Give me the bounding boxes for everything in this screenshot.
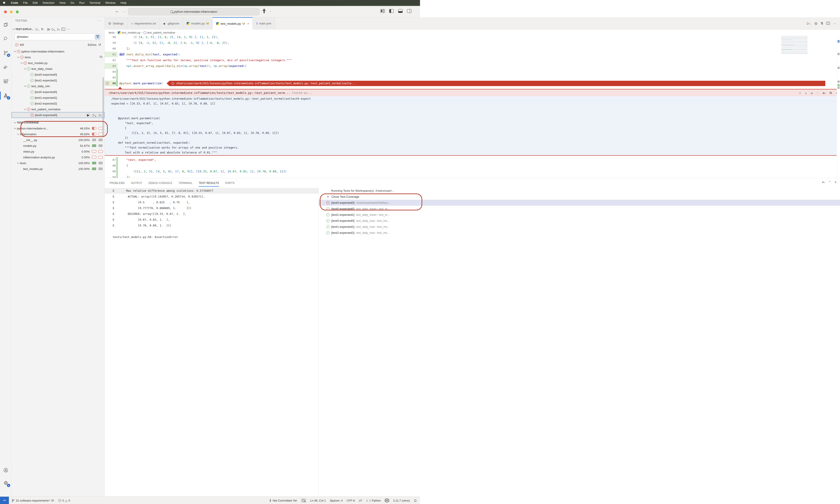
panel-tab-debug-console[interactable]: DEBUG CONSOLE	[149, 178, 172, 188]
panel-tab-problems[interactable]: PROBLEMS	[109, 178, 125, 188]
toggle-secondary-sidebar-icon[interactable]	[407, 9, 412, 13]
menu-item-file[interactable]: File	[23, 1, 28, 4]
panel-tab-output[interactable]: OUTPUT	[131, 178, 142, 188]
refresh-tests-icon[interactable]: ↻	[40, 28, 45, 31]
tab-main-yml[interactable]: !main.yml	[253, 17, 275, 30]
menu-item-window[interactable]: Window	[105, 1, 116, 4]
more-actions-icon[interactable]: ···	[66, 28, 71, 31]
debug-test-icon[interactable]: ▷●	[92, 113, 96, 117]
test-tree-item[interactable]: ×test_patient_normalise	[12, 106, 104, 112]
sidebar-scrollbar[interactable]	[102, 77, 104, 137]
chevron-down-icon[interactable]	[21, 61, 23, 64]
coverage-row[interactable]: python-intermediate-in...46.03%	[12, 125, 104, 131]
coverage-row[interactable]: test_models.py100.00%	[12, 166, 104, 172]
run-test-icon[interactable]: ▶	[86, 113, 90, 117]
source-control-icon[interactable]: 3	[0, 48, 12, 58]
chevron-down-icon[interactable]	[17, 56, 20, 58]
zoom-window-button[interactable]	[16, 11, 19, 13]
panel-tab-terminal[interactable]: TERMINAL	[178, 178, 192, 188]
test-result-row[interactable]: ✓[test1-expected1]test_daily_max ‹ test_…	[319, 224, 420, 230]
chevron-down-icon[interactable]	[24, 85, 26, 87]
chevron-down-icon[interactable]	[14, 50, 16, 52]
navigate-forward-icon[interactable]: →	[122, 9, 126, 14]
test-tree-item[interactable]: ✓[test2-expected2]	[12, 101, 104, 106]
test-tree-item[interactable]: ✓[test0-expected0]	[12, 89, 104, 95]
explorer-icon[interactable]	[0, 20, 12, 30]
coverage-row[interactable]: models.py91.67%	[12, 143, 104, 148]
test-result-row[interactable]: ×Close Test Coverage	[319, 194, 420, 200]
command-center-search[interactable]: python-intermediate-inflammation	[128, 8, 259, 15]
tab-requirements-txt[interactable]: ≡requirements.txt	[127, 17, 160, 30]
extensions-icon[interactable]	[0, 76, 12, 86]
test-tree-item[interactable]: ✓[test1-expected1]	[12, 77, 104, 83]
test-tree-item[interactable]: ✓test_daily_mean	[12, 66, 104, 72]
menu-item-go[interactable]: Go	[70, 1, 74, 4]
copilot-icon[interactable]	[264, 9, 264, 13]
run-debug-icon[interactable]	[0, 62, 12, 72]
test-tree-item[interactable]: ×[test0-expected0]▶▷●▷✓	[12, 112, 104, 118]
sidebar-more-actions-icon[interactable]: ···	[98, 19, 101, 22]
coverage-row[interactable]: views.py0.00%	[12, 148, 104, 154]
rerun-failed-tests-icon[interactable]: ▷×	[35, 28, 39, 31]
coverage-row[interactable]: inflammation-analysis.py0.00%	[12, 154, 104, 160]
copilot-chevron-icon[interactable]: ⌄	[270, 10, 271, 13]
testing-icon[interactable]: 1	[0, 91, 12, 101]
toggle-primary-sidebar-icon[interactable]	[389, 9, 394, 13]
test-result-row[interactable]: ✓[test1-expected1]test_daily_mean ‹ test…	[319, 212, 420, 218]
filter-icon[interactable]	[95, 34, 100, 40]
minimize-window-button[interactable]	[10, 11, 13, 13]
close-tab-icon[interactable]: ×	[247, 22, 249, 25]
test-result-row[interactable]: ✓[test2-expected2]test_daily_max ‹ test_…	[319, 230, 420, 236]
apple-icon[interactable]	[3, 1, 6, 4]
test-result-row[interactable]: ×[test0-expected0]/Users/user/work/SSI/l…	[319, 200, 420, 206]
navigate-back-icon[interactable]: ←	[115, 9, 119, 14]
test-tree-item[interactable]: ✓[test1-expected1]	[12, 95, 104, 101]
test-terminal-icon[interactable]: >_	[62, 28, 65, 31]
rerun-icon[interactable]: ↺	[98, 43, 101, 47]
search-view-icon[interactable]	[0, 34, 12, 43]
peek-body[interactable]: /Users/user/work/SSI/lessons/python-inte…	[105, 96, 420, 155]
tab-test-models-py[interactable]: test_models.pyM×	[213, 17, 253, 30]
menu-item-view[interactable]: View	[59, 1, 66, 4]
tab--gitignore[interactable]: ◆.gitignore	[160, 17, 183, 30]
menu-item-run[interactable]: Run	[79, 1, 85, 4]
close-window-button[interactable]	[4, 11, 7, 13]
test-result-row[interactable]: ✓[test0-expected0]test_daily_mean ‹ test…	[319, 206, 420, 212]
chevron-down-icon[interactable]	[13, 28, 15, 30]
tab-settings[interactable]: ⚙Settings	[105, 17, 127, 30]
inline-test-error[interactable]: ×/Users/user/work/SSI/lessons/python-int…	[167, 81, 420, 86]
menu-item-code[interactable]: Code	[11, 1, 18, 4]
test-tree-item[interactable]: ×tests	[12, 54, 104, 60]
menu-item-selection[interactable]: Selection	[42, 1, 54, 4]
breadcrumb-item[interactable]: tests	[109, 31, 115, 34]
code-editor[interactable]: 38 ([ [4, 2, 5], [1, 6, 2], [4, 1, 9] ],…	[105, 36, 420, 178]
test-tree-item[interactable]: ×test_models.py	[12, 60, 104, 66]
toggle-panel-icon[interactable]	[398, 9, 402, 13]
coverage-test-icon[interactable]: ▷✓	[98, 113, 102, 117]
chevron-down-icon[interactable]	[24, 67, 26, 70]
coverage-row[interactable]: inflammation45.83%	[12, 131, 104, 137]
menu-item-edit[interactable]: Edit	[33, 1, 37, 4]
test-filter-input[interactable]	[17, 34, 81, 40]
chevron-down-icon[interactable]	[24, 108, 26, 110]
test-tree-item[interactable]: ×python-intermediate-inflammation	[12, 49, 104, 54]
panel-tab-ports[interactable]: PORTS	[225, 178, 235, 188]
tab-models-py[interactable]: models.pyM	[183, 17, 213, 30]
menu-item-terminal[interactable]: Terminal	[89, 1, 100, 4]
panel-tab-test-results[interactable]: TEST RESULTS	[199, 178, 219, 188]
breadcrumb-item[interactable]: test_models.py	[122, 31, 140, 34]
test-tree-item[interactable]: ✓test_daily_min	[12, 83, 104, 89]
run-tests-coverage-icon[interactable]: ▷✓	[56, 28, 61, 31]
test-tree-item[interactable]: ✓[test0-expected0]	[12, 72, 104, 77]
run-all-tests-icon[interactable]: ▷▷	[46, 28, 50, 31]
test-result-row[interactable]: ✓[test0-expected0]test_daily_max ‹ test_…	[319, 218, 420, 224]
customize-layout-icon[interactable]	[380, 9, 385, 13]
test-results-output[interactable]: E Max relative difference among violatio…	[105, 188, 319, 252]
menu-item-help[interactable]: Help	[120, 1, 126, 4]
test-coverage-header[interactable]: TEST COVERAGE	[12, 120, 104, 125]
breadcrumb-item[interactable]: test_patient_normalise	[147, 31, 175, 34]
hide-test-icon[interactable]	[99, 55, 103, 59]
coverage-row[interactable]: tests100.00%	[12, 160, 104, 166]
debug-all-tests-icon[interactable]: ▷●	[51, 28, 55, 31]
coverage-row[interactable]: __init__.py100.00%	[12, 137, 104, 143]
